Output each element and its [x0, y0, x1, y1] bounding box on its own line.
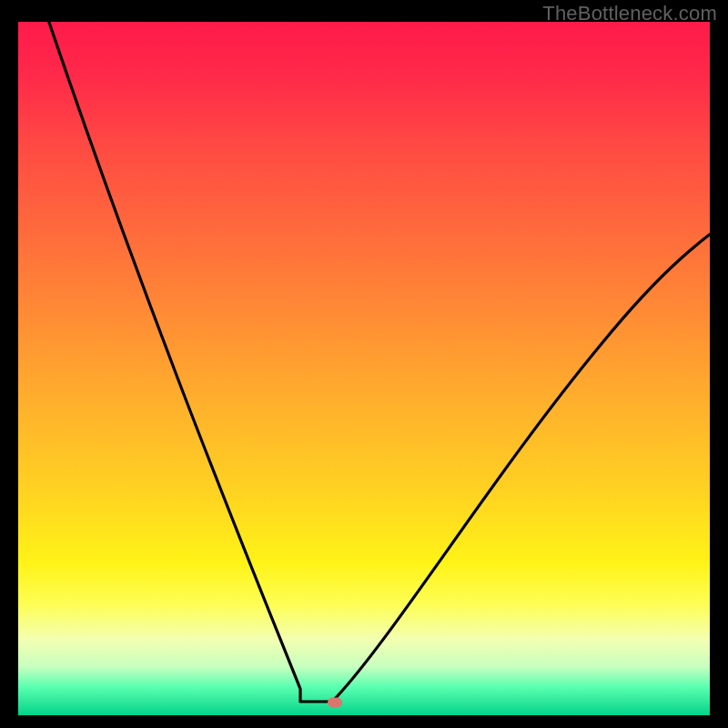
chart-frame: TheBottleneck.com: [0, 0, 728, 728]
curve-path: [43, 22, 710, 702]
plot-area: [18, 22, 710, 715]
bottleneck-curve: [18, 22, 710, 715]
watermark-text: TheBottleneck.com: [542, 2, 717, 25]
optimal-point-marker: [328, 698, 342, 708]
